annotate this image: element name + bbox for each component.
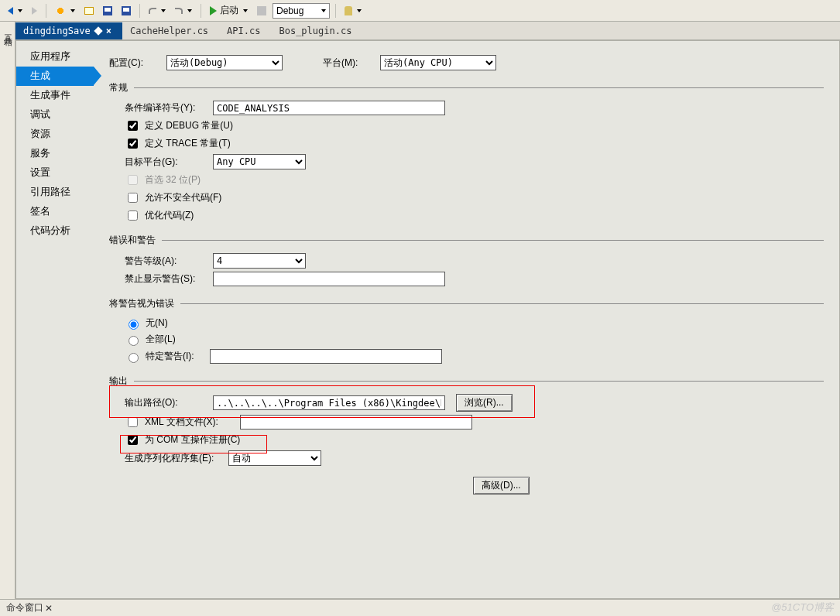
chevron-down-icon <box>357 9 362 12</box>
redo-icon <box>175 8 183 14</box>
tab-cachehelper[interactable]: CacheHelper.cs <box>122 22 219 39</box>
line <box>180 303 824 304</box>
close-icon[interactable]: ✕ <box>45 603 53 614</box>
nav-code-analysis[interactable]: 代码分析 <box>16 221 94 241</box>
platform-select[interactable]: 活动(Any CPU) <box>380 55 496 70</box>
output-path-input[interactable] <box>213 395 445 410</box>
statusbar-label: 命令窗口 <box>6 601 43 614</box>
tab-label: Bos_plugin.cs <box>279 26 351 36</box>
treat-specific-label: 特定警告(I): <box>146 350 194 363</box>
property-body: 配置(C): 活动(Debug) 平台(M): 活动(Any CPU) 常规 条… <box>94 41 839 598</box>
treat-specific-input[interactable] <box>210 349 442 364</box>
stop-button[interactable] <box>254 5 269 17</box>
undo-button[interactable] <box>146 6 169 15</box>
new-item-button[interactable] <box>52 4 78 18</box>
back-button[interactable] <box>5 5 26 16</box>
line <box>162 240 824 241</box>
tab-dingdingsave[interactable]: dingdingSave × <box>15 22 122 39</box>
nav-resources[interactable]: 资源 <box>16 125 94 144</box>
allow-unsafe-checkbox[interactable] <box>128 193 138 203</box>
tab-api[interactable]: API.cs <box>219 22 271 39</box>
target-platform-select[interactable]: Any CPU <box>213 154 306 169</box>
nav-build-events[interactable]: 生成事件 <box>16 86 94 105</box>
chevron-down-icon <box>161 9 166 12</box>
section-general-title: 常规 <box>109 81 128 94</box>
treat-all-radio[interactable] <box>129 336 139 346</box>
open-icon <box>84 7 94 15</box>
forward-icon <box>32 7 37 15</box>
side-tab-strip: 工具箱 数据源 <box>0 22 15 599</box>
nav-signing[interactable]: 签名 <box>16 202 94 221</box>
main-toolbar: 启动 Debug <box>0 0 840 22</box>
com-register-label: 为 COM 互操作注册(C) <box>145 433 240 447</box>
treat-none-label: 无(N) <box>146 317 168 330</box>
warn-level-label: 警告等级(A): <box>109 255 202 268</box>
hand-button[interactable] <box>341 5 365 17</box>
xml-doc-checkbox[interactable] <box>128 417 138 427</box>
serial-asm-label: 生成序列化程序集(E): <box>109 452 218 465</box>
chevron-down-icon <box>321 9 326 12</box>
advanced-button[interactable]: 高级(D)... <box>473 477 530 495</box>
side-tab-datasource[interactable]: 数据源 <box>0 25 2 599</box>
tab-label: API.cs <box>227 26 260 36</box>
start-label: 启动 <box>220 4 238 17</box>
trace-const-label: 定义 TRACE 常量(T) <box>145 137 231 150</box>
com-register-checkbox[interactable] <box>128 435 138 445</box>
debug-const-label: 定义 DEBUG 常量(U) <box>145 119 233 132</box>
xml-doc-input[interactable] <box>240 415 472 429</box>
nav-application[interactable]: 应用程序 <box>16 47 94 67</box>
prefer-32-label: 首选 32 位(P) <box>145 173 201 187</box>
tab-label: dingdingSave <box>23 26 91 36</box>
redo-button[interactable] <box>172 6 195 15</box>
debug-const-checkbox[interactable] <box>128 121 138 131</box>
section-output-title: 输出 <box>109 375 128 388</box>
tab-bosplugin[interactable]: Bos_plugin.cs <box>271 22 362 39</box>
treat-none-radio[interactable] <box>129 320 139 330</box>
open-button[interactable] <box>81 5 97 16</box>
optimize-checkbox[interactable] <box>128 210 138 221</box>
trace-const-checkbox[interactable] <box>128 139 138 149</box>
target-platform-label: 目标平台(G): <box>109 156 202 169</box>
platform-label: 平台(M): <box>323 56 369 70</box>
spark-icon <box>55 5 66 16</box>
config-value: Debug <box>276 5 303 16</box>
optimize-label: 优化代码(Z) <box>145 209 194 222</box>
suppress-label: 禁止显示警告(S): <box>109 272 202 286</box>
chevron-down-icon <box>187 9 192 12</box>
save-button[interactable] <box>100 5 115 17</box>
property-nav: 应用程序 生成 生成事件 调试 资源 服务 设置 引用路径 签名 代码分析 <box>16 41 94 598</box>
hand-icon <box>345 6 352 15</box>
config-select[interactable]: 活动(Debug) <box>166 55 283 70</box>
pin-icon[interactable] <box>94 26 102 35</box>
warn-level-select[interactable]: 4 <box>213 253 306 269</box>
suppress-input[interactable] <box>213 272 445 286</box>
nav-debug[interactable]: 调试 <box>16 105 94 125</box>
save-icon <box>103 6 112 15</box>
nav-build[interactable]: 生成 <box>16 67 94 86</box>
chevron-down-icon <box>243 9 248 12</box>
serial-asm-select[interactable]: 自动 <box>228 450 321 466</box>
output-path-label: 输出路径(O): <box>109 396 202 409</box>
status-bar: 命令窗口 ✕ <box>0 599 840 616</box>
cond-symbol-input[interactable] <box>213 101 445 115</box>
document-tabs: dingdingSave × CacheHelper.cs API.cs Bos… <box>15 22 840 40</box>
side-tab-toolbox[interactable]: 工具箱 <box>2 25 15 599</box>
line <box>134 381 824 382</box>
start-button[interactable]: 启动 <box>207 2 251 19</box>
treat-specific-radio[interactable] <box>129 353 139 363</box>
stop-icon <box>257 6 266 15</box>
prefer-32-checkbox <box>128 175 138 185</box>
back-icon <box>8 7 13 15</box>
undo-icon <box>149 8 156 14</box>
config-dropdown[interactable]: Debug <box>273 3 330 19</box>
save-all-button[interactable] <box>118 5 134 17</box>
close-icon[interactable]: × <box>106 26 111 36</box>
browse-button[interactable]: 浏览(R)... <box>456 394 513 412</box>
forward-button[interactable] <box>29 5 40 16</box>
nav-services[interactable]: 服务 <box>16 144 94 163</box>
nav-settings[interactable]: 设置 <box>16 163 94 183</box>
line <box>134 87 824 88</box>
play-icon <box>210 6 217 15</box>
nav-refpaths[interactable]: 引用路径 <box>16 183 94 202</box>
chevron-down-icon <box>70 9 75 12</box>
